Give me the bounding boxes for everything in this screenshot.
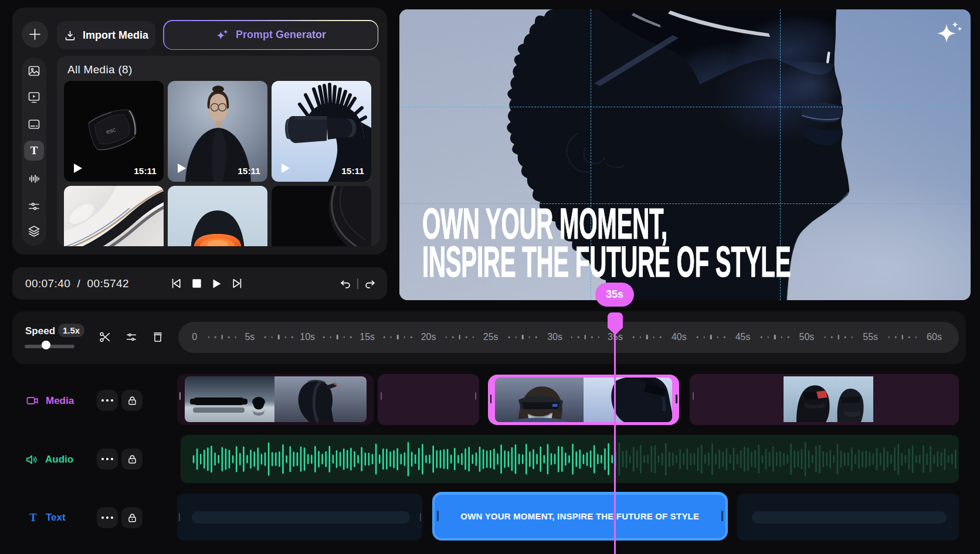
svg-text:T: T xyxy=(30,144,38,157)
svg-text:T: T xyxy=(29,512,36,524)
